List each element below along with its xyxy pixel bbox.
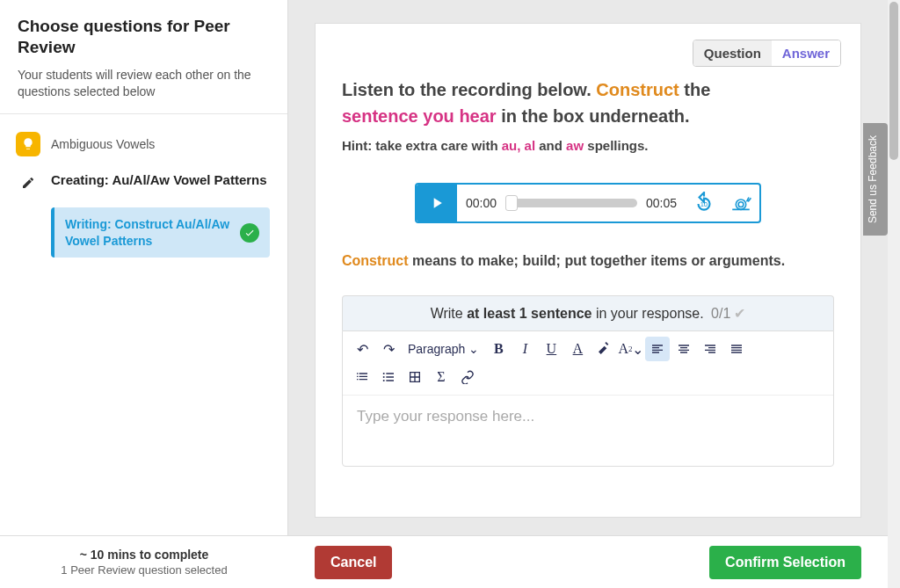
hint-seg: Hint: take extra care with bbox=[342, 138, 502, 153]
section-row[interactable]: Creating: Au/Al/Aw Vowel Patterns bbox=[9, 162, 279, 199]
underline-icon[interactable]: U bbox=[539, 337, 563, 361]
bold-icon[interactable]: B bbox=[486, 337, 511, 361]
align-right-icon[interactable] bbox=[698, 337, 722, 361]
cancel-button[interactable]: Cancel bbox=[315, 546, 392, 579]
req-seg: Write bbox=[431, 306, 467, 321]
hint-seg: spellings. bbox=[584, 138, 648, 153]
prompt-seg: Listen to the recording below. bbox=[342, 80, 596, 99]
section-label: Creating: Au/Al/Aw Vowel Patterns bbox=[51, 171, 267, 189]
svg-point-4 bbox=[383, 376, 385, 378]
feedback-tab[interactable]: Send us Feedback bbox=[863, 123, 888, 236]
hint-highlight: aw bbox=[566, 138, 584, 153]
bullet-list-icon[interactable] bbox=[376, 365, 401, 389]
paragraph-label: Paragraph bbox=[408, 342, 465, 356]
estimated-time: ~ 10 mins to complete bbox=[0, 548, 288, 562]
italic-icon[interactable]: I bbox=[512, 337, 537, 361]
paragraph-select[interactable]: Paragraph⌄ bbox=[403, 342, 484, 356]
hint-text: Hint: take extra care with au, al and aw… bbox=[342, 138, 834, 153]
audio-total-time: 00:05 bbox=[637, 196, 686, 210]
hint-highlight: au, al bbox=[502, 138, 535, 153]
tab-question[interactable]: Question bbox=[693, 40, 772, 66]
audio-current-time: 00:00 bbox=[457, 196, 505, 210]
main-panel: Question Answer Listen to the recording … bbox=[288, 0, 888, 535]
scrollbar[interactable] bbox=[888, 0, 900, 588]
align-justify-icon[interactable] bbox=[724, 337, 749, 361]
definition-text: Construct means to make; build; put toge… bbox=[342, 253, 834, 269]
svg-point-1 bbox=[736, 200, 745, 209]
prompt-seg: in the box underneath. bbox=[497, 106, 690, 126]
sigma-icon[interactable]: Σ bbox=[429, 365, 454, 389]
definition-body: means to make; build; put together items… bbox=[409, 253, 786, 268]
lesson-row[interactable]: Ambiguous Vowels bbox=[9, 127, 279, 162]
scrollbar-thumb[interactable] bbox=[889, 2, 898, 160]
definition-word: Construct bbox=[342, 253, 409, 268]
prompt-text: Listen to the recording below. Construct… bbox=[342, 76, 834, 129]
question-card: Question Answer Listen to the recording … bbox=[315, 23, 861, 518]
rewind-10-icon[interactable]: 10 bbox=[686, 192, 722, 214]
svg-point-5 bbox=[383, 380, 385, 381]
question-answer-toggle: Question Answer bbox=[693, 40, 841, 67]
response-textarea[interactable]: Type your response here... bbox=[343, 396, 833, 466]
audio-seek-thumb[interactable] bbox=[505, 195, 518, 211]
question-tree: Ambiguous Vowels Creating: Au/Al/Aw Vowe… bbox=[0, 114, 287, 271]
prompt-keyword: Construct bbox=[596, 80, 679, 99]
sidebar-header: Choose questions for Peer Review Your st… bbox=[0, 0, 287, 114]
align-left-icon[interactable] bbox=[645, 337, 670, 361]
question-label: Writing: Construct Au/Al/Aw Vowel Patter… bbox=[65, 216, 233, 250]
editor-toolbar: ↶ ↷ Paragraph⌄ B I U A A2 ⌄ bbox=[343, 331, 833, 396]
ordered-list-icon[interactable] bbox=[350, 365, 374, 389]
audio-seek-track[interactable] bbox=[505, 199, 637, 207]
prompt-seg: the bbox=[679, 80, 711, 99]
align-center-icon[interactable] bbox=[671, 337, 696, 361]
footer: ~ 10 mins to complete 1 Peer Review ques… bbox=[0, 535, 888, 588]
table-icon[interactable] bbox=[403, 365, 427, 389]
footer-summary: ~ 10 mins to complete 1 Peer Review ques… bbox=[0, 548, 288, 577]
req-seg: in your response. bbox=[592, 306, 708, 321]
sidebar-title: Choose questions for Peer Review bbox=[18, 16, 270, 58]
confirm-button[interactable]: Confirm Selection bbox=[709, 546, 861, 579]
text-color-icon[interactable]: A bbox=[565, 337, 590, 361]
svg-text:10: 10 bbox=[700, 200, 708, 208]
hint-seg: and bbox=[535, 138, 566, 153]
selected-count: 1 Peer Review question selected bbox=[0, 563, 288, 577]
sentence-count: 0/1 bbox=[711, 306, 730, 321]
sidebar: Choose questions for Peer Review Your st… bbox=[0, 0, 288, 535]
play-button[interactable] bbox=[417, 183, 457, 223]
link-icon[interactable] bbox=[455, 365, 480, 389]
font-size-icon[interactable]: A2 ⌄ bbox=[618, 337, 643, 361]
req-bold: at least 1 sentence bbox=[467, 306, 592, 321]
sentence-requirement: Write at least 1 sentence in your respon… bbox=[342, 295, 834, 330]
svg-point-3 bbox=[383, 373, 385, 374]
chevron-down-icon: ⌄ bbox=[468, 342, 479, 356]
highlight-icon[interactable] bbox=[592, 337, 616, 361]
audio-player: 00:00 00:05 10 bbox=[415, 183, 761, 223]
check-icon bbox=[240, 223, 259, 243]
lightbulb-icon bbox=[16, 132, 40, 156]
question-row-selected[interactable]: Writing: Construct Au/Al/Aw Vowel Patter… bbox=[51, 207, 270, 258]
undo-icon[interactable]: ↶ bbox=[350, 337, 374, 361]
lesson-label: Ambiguous Vowels bbox=[51, 137, 155, 151]
redo-icon[interactable]: ↷ bbox=[376, 337, 401, 361]
pencil-icon bbox=[16, 171, 40, 195]
sidebar-subtitle: Your students will review each other on … bbox=[18, 67, 270, 101]
prompt-highlight: sentence you hear bbox=[342, 106, 497, 126]
tab-answer[interactable]: Answer bbox=[772, 40, 840, 66]
svg-point-2 bbox=[738, 202, 744, 207]
slow-icon[interactable] bbox=[722, 192, 759, 214]
response-editor: ↶ ↷ Paragraph⌄ B I U A A2 ⌄ bbox=[342, 330, 834, 467]
check-icon: ✔ bbox=[734, 306, 745, 321]
